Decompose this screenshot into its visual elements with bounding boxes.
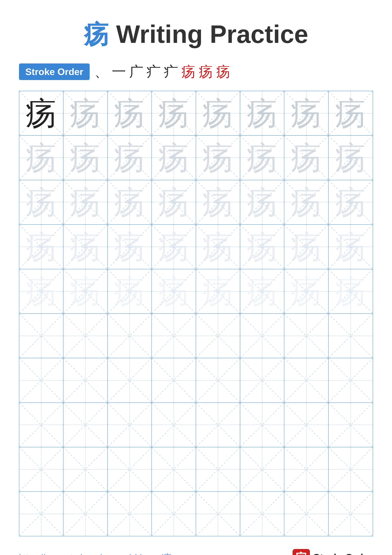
cell-10-7[interactable] <box>284 492 328 536</box>
cell-1-1[interactable]: 疡 <box>19 91 64 135</box>
cell-10-5[interactable] <box>196 492 240 536</box>
cell-9-4[interactable] <box>152 447 196 491</box>
cell-4-3[interactable]: 疡 <box>108 225 152 269</box>
cell-5-4[interactable]: 疡 <box>152 269 196 314</box>
cell-5-1[interactable]: 疡 <box>19 269 64 314</box>
char-cell-3-7: 疡 <box>291 186 322 218</box>
cell-3-7[interactable]: 疡 <box>284 180 328 224</box>
cell-3-4[interactable]: 疡 <box>152 180 196 224</box>
cell-7-3[interactable] <box>108 358 152 402</box>
svg-line-126 <box>328 403 373 447</box>
cell-5-5[interactable]: 疡 <box>196 269 240 314</box>
cell-6-3[interactable] <box>108 314 152 358</box>
svg-line-107 <box>240 358 284 402</box>
svg-line-136 <box>196 447 240 491</box>
cell-10-1[interactable] <box>19 492 64 536</box>
cell-9-2[interactable] <box>64 447 107 491</box>
cell-10-3[interactable] <box>108 492 152 536</box>
cell-2-7[interactable]: 疡 <box>284 136 328 180</box>
cell-5-7[interactable]: 疡 <box>284 269 328 314</box>
cell-2-5[interactable]: 疡 <box>196 136 240 180</box>
cell-9-1[interactable] <box>19 447 64 491</box>
cell-9-3[interactable] <box>108 447 152 491</box>
char-cell-4-5: 疡 <box>202 231 234 263</box>
cell-1-2[interactable]: 疡 <box>64 91 107 135</box>
cell-9-5[interactable] <box>196 447 240 491</box>
cell-7-1[interactable] <box>19 358 64 402</box>
cell-6-6[interactable] <box>240 314 284 358</box>
cell-1-6[interactable]: 疡 <box>240 91 284 135</box>
char-cell-4-4: 疡 <box>158 231 190 263</box>
cell-2-6[interactable]: 疡 <box>240 136 284 180</box>
cell-7-2[interactable] <box>64 358 107 402</box>
cell-1-8[interactable]: 疡 <box>328 91 373 135</box>
cell-3-2[interactable]: 疡 <box>64 180 107 224</box>
cell-6-8[interactable] <box>328 314 373 358</box>
cell-7-4[interactable] <box>152 358 196 402</box>
char-cell-1-1: 疡 <box>25 97 57 129</box>
cell-6-4[interactable] <box>152 314 196 358</box>
cell-6-5[interactable] <box>196 314 240 358</box>
cell-5-8[interactable]: 疡 <box>328 269 373 314</box>
cell-5-3[interactable]: 疡 <box>108 269 152 314</box>
footer-url-link[interactable]: https://www.strokeorder.com/chinese/疡 <box>19 552 172 555</box>
cell-1-3[interactable]: 疡 <box>108 91 152 135</box>
cell-1-4[interactable]: 疡 <box>152 91 196 135</box>
cell-3-1[interactable]: 疡 <box>19 180 64 224</box>
cell-3-5[interactable]: 疡 <box>196 180 240 224</box>
cell-4-7[interactable]: 疡 <box>284 225 328 269</box>
svg-line-130 <box>64 447 107 491</box>
cell-8-3[interactable] <box>108 403 152 447</box>
cell-8-5[interactable] <box>196 403 240 447</box>
cell-3-6[interactable]: 疡 <box>240 180 284 224</box>
cell-10-4[interactable] <box>152 492 196 536</box>
cell-2-2[interactable]: 疡 <box>64 136 107 180</box>
cell-4-2[interactable]: 疡 <box>64 225 107 269</box>
cell-10-8[interactable] <box>328 492 373 536</box>
char-cell-1-3: 疡 <box>114 97 145 129</box>
cell-6-2[interactable] <box>64 314 107 358</box>
cell-5-2[interactable]: 疡 <box>64 269 107 314</box>
svg-line-150 <box>152 492 196 536</box>
cell-2-4[interactable]: 疡 <box>152 136 196 180</box>
cell-4-1[interactable]: 疡 <box>19 225 64 269</box>
cell-7-5[interactable] <box>196 358 240 402</box>
svg-line-121 <box>196 403 240 447</box>
cell-6-1[interactable] <box>19 314 64 358</box>
cell-4-4[interactable]: 疡 <box>152 225 196 269</box>
cell-10-6[interactable] <box>240 492 284 536</box>
cell-3-8[interactable]: 疡 <box>328 180 373 224</box>
cell-4-8[interactable]: 疡 <box>328 225 373 269</box>
char-cell-4-6: 疡 <box>246 231 278 263</box>
svg-line-145 <box>19 492 63 536</box>
cell-8-1[interactable] <box>19 403 64 447</box>
cell-8-4[interactable] <box>152 403 196 447</box>
cell-10-2[interactable] <box>64 492 107 536</box>
cell-7-6[interactable] <box>240 358 284 402</box>
cell-7-8[interactable] <box>328 358 373 402</box>
svg-line-138 <box>240 447 284 491</box>
cell-8-2[interactable] <box>64 403 107 447</box>
cell-7-7[interactable] <box>284 358 328 402</box>
cell-4-5[interactable]: 疡 <box>196 225 240 269</box>
svg-line-134 <box>152 447 196 491</box>
cell-2-1[interactable]: 疡 <box>19 136 64 180</box>
svg-line-142 <box>328 447 373 491</box>
cell-3-3[interactable]: 疡 <box>108 180 152 224</box>
char-cell-3-8: 疡 <box>335 186 366 218</box>
cell-8-8[interactable] <box>328 403 373 447</box>
cell-4-6[interactable]: 疡 <box>240 225 284 269</box>
cell-8-7[interactable] <box>284 403 328 447</box>
cell-8-6[interactable] <box>240 403 284 447</box>
svg-line-120 <box>196 403 240 447</box>
cell-5-6[interactable]: 疡 <box>240 269 284 314</box>
char-cell-4-7: 疡 <box>291 231 322 263</box>
cell-6-7[interactable] <box>284 314 328 358</box>
cell-2-3[interactable]: 疡 <box>108 136 152 180</box>
cell-9-8[interactable] <box>328 447 373 491</box>
cell-2-8[interactable]: 疡 <box>328 136 373 180</box>
cell-1-7[interactable]: 疡 <box>284 91 328 135</box>
cell-1-5[interactable]: 疡 <box>196 91 240 135</box>
cell-9-6[interactable] <box>240 447 284 491</box>
cell-9-7[interactable] <box>284 447 328 491</box>
